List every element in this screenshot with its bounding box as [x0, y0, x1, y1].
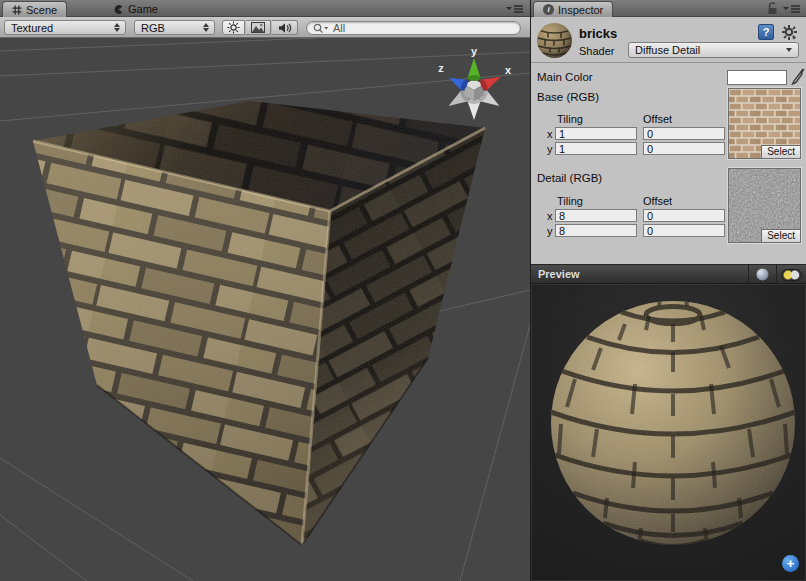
updown-arrows-icon: [114, 23, 121, 33]
light-toggle-icon: [781, 269, 802, 281]
scene-panel: Scene Game Textured RGB: [0, 0, 530, 581]
preview-viewport[interactable]: +: [531, 284, 806, 581]
detail-section-label: Detail (RGB): [537, 172, 602, 184]
inspector-panel: i Inspector bricks Shader: [530, 0, 806, 581]
scene-tabbar: Scene Game: [0, 0, 530, 17]
preview-header[interactable]: Preview: [531, 264, 806, 284]
scene-viewport[interactable]: y x z: [0, 38, 530, 581]
tab-inspector-label: Inspector: [558, 4, 603, 16]
lock-icon[interactable]: [767, 2, 778, 15]
game-icon: [113, 4, 124, 15]
inspector-tabbar: i Inspector: [531, 0, 806, 17]
detail-select-button[interactable]: Select: [761, 229, 800, 242]
tab-inspector[interactable]: i Inspector: [533, 1, 613, 17]
grid-icon: [12, 5, 22, 15]
scene-search-field[interactable]: [306, 21, 521, 35]
base-offset-y-input[interactable]: [643, 142, 725, 155]
detail-offset-x-input[interactable]: [643, 209, 725, 222]
tab-scene-label: Scene: [26, 4, 57, 16]
shader-dropdown[interactable]: Diffuse Detail: [628, 42, 799, 58]
preview-title: Preview: [538, 268, 580, 280]
info-icon: i: [543, 4, 554, 15]
gizmo-y-label: y: [471, 45, 478, 57]
scene-toolbar: Textured RGB: [0, 17, 530, 38]
gizmo-z-label: z: [438, 62, 444, 74]
lighting-toggle[interactable]: [222, 20, 245, 35]
base-tiling-y-input[interactable]: [555, 142, 637, 155]
detail-tiling-y-input[interactable]: [555, 224, 637, 237]
detail-x-label: x: [547, 210, 553, 222]
base-tiling-header: Tiling: [557, 113, 583, 125]
preview-sphere-render: [531, 284, 806, 581]
detail-texture-thumbnail[interactable]: Select: [728, 168, 801, 243]
shader-value: Diffuse Detail: [635, 44, 786, 56]
help-icon[interactable]: ?: [758, 24, 774, 40]
gizmo-y-axis[interactable]: [468, 58, 481, 81]
eyedropper-icon[interactable]: [791, 68, 806, 85]
sphere-icon: [756, 268, 769, 281]
base-y-label: y: [547, 143, 553, 155]
base-texture-thumbnail[interactable]: Select: [728, 88, 801, 159]
search-icon: [313, 23, 329, 34]
detail-offset-y-input[interactable]: [643, 224, 725, 237]
scene-orientation-gizmo[interactable]: y x z: [432, 44, 516, 128]
base-tiling-x-input[interactable]: [555, 127, 637, 140]
skybox-toggle[interactable]: [246, 20, 271, 35]
add-button[interactable]: +: [782, 555, 799, 572]
detail-y-label: y: [547, 225, 553, 237]
audio-icon: [278, 22, 292, 34]
base-offset-x-input[interactable]: [643, 127, 725, 140]
tab-game[interactable]: Game: [104, 1, 167, 17]
preview-mesh-button[interactable]: [748, 265, 776, 284]
gear-icon[interactable]: [781, 24, 798, 41]
gizmo-x-label: x: [505, 64, 512, 76]
render-mode-dropdown[interactable]: Textured: [4, 20, 126, 35]
base-x-label: x: [547, 128, 553, 140]
updown-arrows-icon: [203, 23, 210, 33]
tab-scene[interactable]: Scene: [2, 1, 67, 17]
material-preview-thumbnail[interactable]: [536, 22, 573, 59]
preview-lighting-button[interactable]: [776, 265, 806, 284]
sun-icon: [227, 21, 240, 34]
detail-offset-header: Offset: [643, 195, 672, 207]
material-name: bricks: [579, 26, 617, 41]
main-color-label: Main Color: [537, 71, 593, 83]
unity-editor-window: { "icons": { "info": "i", "help": "?", "…: [0, 0, 806, 581]
material-header: bricks Shader Diffuse Detail ?: [531, 17, 806, 63]
scene-panel-menu-icon[interactable]: [506, 5, 524, 13]
tab-game-label: Game: [128, 3, 158, 15]
base-section-label: Base (RGB): [537, 91, 599, 103]
shader-label: Shader: [579, 45, 614, 57]
image-icon: [251, 22, 265, 33]
detail-tiling-header: Tiling: [557, 195, 583, 207]
search-input[interactable]: [333, 22, 493, 34]
chevron-down-icon: [786, 48, 792, 52]
inspector-panel-menu-icon[interactable]: [783, 5, 801, 13]
render-mode-value: Textured: [11, 22, 114, 34]
base-offset-header: Offset: [643, 113, 672, 125]
base-select-button[interactable]: Select: [761, 145, 800, 158]
color-mode-value: RGB: [141, 22, 203, 34]
color-mode-dropdown[interactable]: RGB: [134, 20, 215, 35]
detail-tiling-x-input[interactable]: [555, 209, 637, 222]
main-color-swatch[interactable]: [727, 70, 787, 85]
audio-toggle[interactable]: [272, 20, 298, 35]
